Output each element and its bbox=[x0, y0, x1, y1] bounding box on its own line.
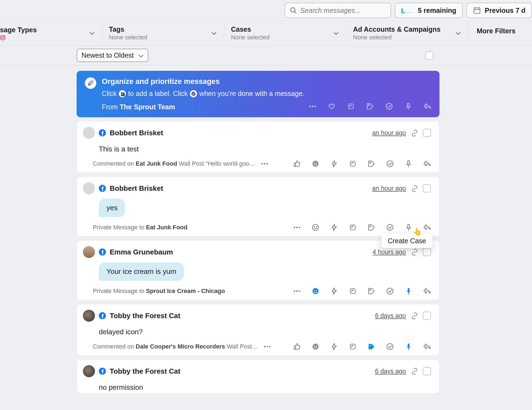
author-name[interactable]: Bobbert Brisket bbox=[110, 129, 163, 137]
timestamp[interactable]: an hour ago bbox=[372, 129, 406, 137]
date-range-picker[interactable]: Previous 7 d bbox=[467, 3, 532, 18]
like-icon[interactable] bbox=[293, 160, 301, 168]
message-card: Tobby the Forest Cat 6 days ago delayed … bbox=[77, 304, 440, 356]
repost-icon[interactable] bbox=[347, 102, 355, 110]
permalink-icon[interactable] bbox=[411, 312, 418, 319]
svg-point-30 bbox=[192, 92, 195, 96]
pin-icon[interactable] bbox=[405, 160, 412, 168]
bolt-icon[interactable] bbox=[330, 160, 338, 168]
select-checkbox[interactable] bbox=[423, 312, 431, 320]
bolt-icon[interactable] bbox=[330, 343, 338, 350]
select-checkbox[interactable] bbox=[423, 248, 431, 256]
author-name[interactable]: Tobby the Forest Cat bbox=[110, 367, 180, 376]
avatar[interactable] bbox=[83, 246, 95, 258]
chevron-down-icon bbox=[210, 30, 218, 37]
sentiment-icon[interactable] bbox=[312, 160, 319, 168]
permalink-icon[interactable] bbox=[411, 129, 418, 136]
repost-icon[interactable] bbox=[349, 224, 357, 231]
avatar[interactable] bbox=[83, 127, 95, 139]
repost-icon[interactable] bbox=[349, 343, 357, 350]
create-case-tooltip: Create Case bbox=[381, 234, 433, 248]
reply-icon[interactable] bbox=[423, 224, 431, 231]
repost-icon[interactable] bbox=[349, 287, 357, 295]
sort-label: Newest to Oldest bbox=[82, 51, 134, 59]
pin-icon[interactable] bbox=[405, 343, 412, 350]
sentiment-icon[interactable] bbox=[312, 287, 319, 295]
pin-icon[interactable] bbox=[405, 287, 412, 295]
timestamp[interactable]: an hour ago bbox=[372, 185, 406, 192]
select-checkbox[interactable] bbox=[423, 184, 431, 192]
message-body: no permission bbox=[99, 383, 431, 392]
filter-label: sage Types bbox=[0, 26, 37, 34]
filter-ad-accounts[interactable]: Ad Accounts & Campaigns None selected bbox=[346, 21, 469, 45]
facebook-icon bbox=[99, 368, 106, 375]
message-bubble: Your ice cream is yum bbox=[99, 262, 184, 281]
search-box[interactable] bbox=[285, 3, 391, 18]
avatar[interactable] bbox=[83, 182, 95, 194]
permalink-icon[interactable] bbox=[411, 248, 418, 256]
chevron-down-icon bbox=[455, 30, 462, 37]
message-card: Bobbert Brisket an hour ago yes Private … bbox=[77, 177, 440, 236]
reply-icon[interactable] bbox=[424, 102, 431, 110]
avatar[interactable] bbox=[83, 365, 95, 377]
repost-icon[interactable] bbox=[349, 160, 357, 168]
more-icon[interactable] bbox=[261, 160, 268, 168]
tag-icon[interactable] bbox=[368, 343, 375, 350]
filter-label: Ad Accounts & Campaigns bbox=[353, 25, 441, 33]
select-checkbox[interactable] bbox=[423, 367, 431, 375]
reply-icon[interactable] bbox=[423, 287, 431, 295]
select-checkbox[interactable] bbox=[423, 129, 431, 137]
tag-icon[interactable] bbox=[368, 160, 375, 168]
complete-icon[interactable] bbox=[386, 160, 394, 168]
reply-icon[interactable] bbox=[423, 343, 431, 350]
heart-icon[interactable] bbox=[328, 102, 336, 110]
timestamp[interactable]: 4 hours ago bbox=[373, 248, 406, 256]
permalink-icon[interactable] bbox=[411, 368, 418, 375]
instagram-icon bbox=[0, 35, 5, 40]
filter-cases[interactable]: Cases None selected bbox=[224, 21, 346, 45]
usage-remaining[interactable]: 5 remaining bbox=[395, 3, 463, 18]
banner-title: Organize and prioritize messages bbox=[102, 77, 431, 86]
more-icon[interactable] bbox=[309, 102, 316, 110]
pin-icon[interactable] bbox=[405, 224, 412, 231]
complete-icon[interactable] bbox=[385, 102, 393, 110]
feather-icon bbox=[85, 77, 96, 89]
more-icon[interactable] bbox=[293, 287, 301, 295]
like-icon[interactable] bbox=[293, 343, 301, 350]
filter-label: Cases bbox=[231, 25, 270, 33]
sort-dropdown[interactable]: Newest to Oldest bbox=[77, 49, 148, 62]
timestamp[interactable]: 6 days ago bbox=[375, 312, 406, 320]
author-name[interactable]: Bobbert Brisket bbox=[110, 184, 163, 193]
banner-from: From The Sprout Team bbox=[102, 103, 175, 111]
tag-icon[interactable] bbox=[368, 287, 375, 295]
complete-icon[interactable] bbox=[386, 224, 394, 231]
timestamp[interactable]: 6 days ago bbox=[375, 368, 406, 375]
tag-icon[interactable] bbox=[366, 102, 374, 110]
tag-icon[interactable] bbox=[368, 224, 375, 231]
sentiment-icon[interactable] bbox=[312, 343, 319, 350]
sentiment-icon[interactable] bbox=[312, 224, 319, 231]
avatar[interactable] bbox=[83, 310, 95, 322]
chevron-down-icon bbox=[88, 30, 96, 37]
search-input[interactable] bbox=[300, 7, 386, 14]
filter-message-types[interactable]: sage Types bbox=[0, 21, 102, 45]
more-icon[interactable] bbox=[264, 343, 271, 350]
complete-icon[interactable] bbox=[386, 343, 394, 350]
more-icon[interactable] bbox=[293, 224, 301, 231]
facebook-icon bbox=[99, 185, 106, 192]
filter-tags[interactable]: Tags None selected bbox=[102, 21, 224, 45]
author-name[interactable]: Emma Grunebaum bbox=[110, 248, 173, 256]
bolt-icon[interactable] bbox=[330, 224, 338, 231]
chevron-down-icon bbox=[137, 52, 143, 58]
bolt-icon[interactable] bbox=[330, 287, 338, 295]
date-range-label: Previous 7 d bbox=[485, 7, 525, 14]
svg-point-29 bbox=[4, 36, 5, 37]
select-all-checkbox[interactable] bbox=[425, 51, 433, 60]
author-name[interactable]: Tobby the Forest Cat bbox=[110, 312, 180, 320]
pin-icon[interactable] bbox=[404, 102, 412, 110]
permalink-icon[interactable] bbox=[411, 185, 418, 192]
reply-icon[interactable] bbox=[423, 160, 431, 168]
filter-sub: None selected bbox=[231, 34, 270, 41]
more-filters[interactable]: More Filters bbox=[469, 21, 524, 45]
complete-icon[interactable] bbox=[386, 287, 394, 295]
